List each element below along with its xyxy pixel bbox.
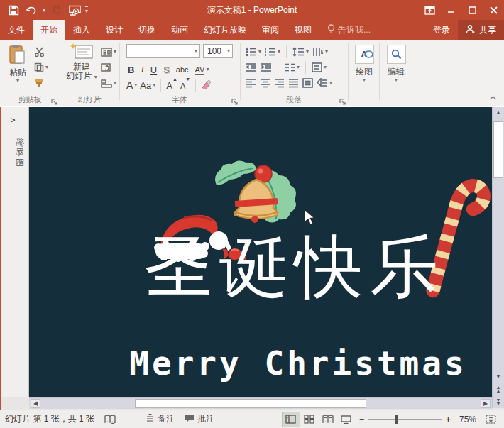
paste-button[interactable]: 粘贴 ▾ [6,44,30,83]
section-button[interactable]: ▾ [101,76,116,90]
align-left-button[interactable] [246,78,256,88]
change-case-button[interactable]: Aa▾ [140,78,155,92]
vertical-scrollbar[interactable]: ▲ ▼ ▲▲ ▼▼ [492,107,504,408]
zoom-slider[interactable] [368,419,442,420]
tab-insert[interactable]: 插入 [65,20,98,40]
sign-in-button[interactable]: 登录 [425,20,458,40]
decrease-font-size-button[interactable]: A▼ [180,80,190,91]
font-size-combobox[interactable]: 100▾ [203,44,233,58]
zoom-slider-thumb[interactable] [395,415,398,424]
slide-sorter-view-button[interactable] [300,412,319,427]
font-dialog-launcher[interactable] [231,97,239,104]
scroll-down-icon[interactable]: ▼ [493,371,504,381]
start-slideshow-icon[interactable] [67,2,82,18]
align-center-button[interactable] [260,78,270,88]
slide-canvas[interactable]: 圣诞快乐 Merry Christmas [29,107,492,397]
slide-number-indicator[interactable]: 幻灯片 第 1 张，共 1 张 [0,410,99,428]
tab-animations[interactable]: 动画 [163,20,196,40]
tab-home[interactable]: 开始 [33,20,65,40]
character-spacing-button[interactable]: AV▾ [195,62,209,77]
distribute-button[interactable] [302,78,313,88]
collapse-ribbon-icon[interactable] [489,93,497,103]
tab-design[interactable]: 设计 [98,20,131,40]
ribbon-home: 粘贴 ▾ ▾ 剪贴板 新建 幻灯片 ▾ ▾ [0,40,504,106]
group-slides: 新建 幻灯片 ▾ ▾ ▾ 幻灯片 [60,40,119,106]
clear-formatting-icon[interactable] [201,79,212,92]
reading-view-button[interactable] [319,412,337,427]
scroll-up-icon[interactable]: ▲ [493,107,504,117]
normal-view-button[interactable] [282,412,300,427]
share-button[interactable]: 共享 [458,20,504,40]
save-icon[interactable] [6,2,21,18]
zoom-out-button[interactable]: − [356,410,368,428]
line-spacing-button[interactable]: ▾ [292,45,309,59]
horizontal-scrollbar[interactable]: ◀ ▶ [29,397,492,409]
slide-title-english[interactable]: Merry Christmas [67,344,492,383]
editing-button[interactable]: 编辑 ▾ [385,45,407,82]
lightbulb-icon [327,24,335,36]
tab-review[interactable]: 审阅 [254,20,287,40]
align-text-button[interactable]: ▾ [312,60,327,75]
scroll-left-icon[interactable]: ◀ [31,399,40,408]
font-name-combobox[interactable]: ▾ [126,44,200,58]
zoom-level-indicator[interactable]: 75% [454,410,481,428]
tab-slideshow[interactable]: 幻灯片放映 [196,20,254,40]
columns-button[interactable]: ▾ [284,60,300,75]
format-painter-button[interactable] [34,76,44,90]
previous-slide-button[interactable]: ▲▲ [493,384,504,394]
text-shadow-button[interactable]: S [163,65,170,75]
group-clipboard: 粘贴 ▾ ▾ 剪贴板 [0,40,60,106]
bullets-button[interactable]: ▾ [246,45,261,59]
expand-thumbnails-icon[interactable]: > [11,116,15,124]
increase-indent-button[interactable] [261,62,272,72]
group-label-font: 字体 [119,94,240,105]
tab-transitions[interactable]: 切换 [131,20,163,40]
spellcheck-icon[interactable] [99,410,121,428]
font-color-button[interactable]: A▾ [126,78,137,92]
layout-button[interactable]: ▾ [101,45,116,59]
minimize-button[interactable] [440,0,461,20]
italic-button[interactable]: I [141,64,143,75]
cut-button[interactable] [34,45,45,59]
editing-search-icon [387,45,406,64]
convert-to-smartart-button[interactable]: ▾ [317,76,332,90]
paragraph-dialog-launcher[interactable] [339,97,346,104]
increase-font-size-button[interactable]: A▲ [166,80,177,91]
align-right-button[interactable] [274,78,285,88]
copy-button[interactable]: ▾ [34,60,48,75]
next-slide-button[interactable]: ▼▼ [493,397,504,407]
fit-slide-to-window-button[interactable] [481,412,500,427]
tab-view[interactable]: 视图 [287,20,319,40]
vertical-scrollbar-thumb[interactable] [493,121,503,178]
justify-button[interactable] [288,78,299,88]
customize-qat-caret[interactable]: ▾ [85,6,88,14]
new-slide-button[interactable]: 新建 幻灯片 ▾ [64,43,99,81]
scroll-right-icon[interactable]: ▶ [481,399,491,408]
tab-file[interactable]: 文件 [0,20,33,40]
decrease-indent-button[interactable] [246,62,257,72]
slideshow-view-button[interactable] [337,412,356,427]
undo-button[interactable] [24,2,40,18]
slide-title-chinese[interactable]: 圣诞快乐 [63,229,492,304]
drawing-icon: A [355,45,374,64]
maximize-button[interactable] [461,0,483,20]
quick-access-toolbar: ▾ ▾ [0,2,88,18]
zoom-in-button[interactable]: + [442,410,454,428]
reset-button[interactable] [101,60,112,75]
text-direction-button[interactable]: ▾ [312,45,328,59]
clipboard-dialog-launcher[interactable] [51,97,58,104]
notes-toggle[interactable]: 备注 [141,410,180,428]
horizontal-scrollbar-thumb[interactable] [135,399,366,408]
strikethrough-button[interactable]: abc [176,65,189,74]
tab-tell-me[interactable]: 告诉我... [319,20,378,40]
close-button[interactable] [483,0,504,20]
drawing-button[interactable]: A 绘图 ▾ [354,45,375,82]
title-bar: ▾ ▾ 演示文稿1 - PowerPoint [0,0,504,20]
ribbon-display-options-icon[interactable] [419,0,440,20]
underline-button[interactable]: U [150,65,157,75]
comments-toggle[interactable]: 批注 [180,410,219,428]
undo-dropdown-caret[interactable]: ▾ [43,7,45,13]
numbering-button[interactable]: ▾ [265,45,280,59]
thumbnail-pane-collapsed[interactable]: > 缩略图 [1,107,28,397]
bold-button[interactable]: B [128,65,134,75]
